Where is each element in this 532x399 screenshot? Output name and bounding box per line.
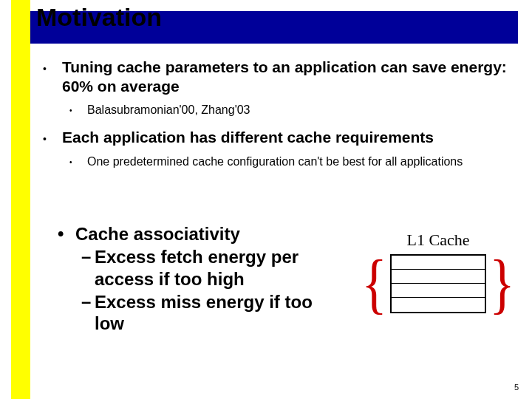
bullet-2-text: Each application has different cache req… xyxy=(62,128,434,147)
content-area: • Tuning cache parameters to an applicat… xyxy=(43,58,516,169)
bullet-2-sub: • One predetermined cache configuration … xyxy=(43,154,516,169)
cache-box xyxy=(390,254,486,313)
cache-row: { } xyxy=(353,254,523,313)
cache-way xyxy=(392,298,485,312)
right-brace-icon: } xyxy=(489,257,515,310)
lower-dash-1-text: Excess fetch energy per access if too hi… xyxy=(95,246,346,290)
lower-dash-1: – Excess fetch energy per access if too … xyxy=(58,246,346,290)
bullet-2-sub-text: One predetermined cache configuration ca… xyxy=(87,154,463,169)
bullet-1-sub: • Balasubramonian'00, Zhang'03 xyxy=(43,103,516,117)
dash-icon: – xyxy=(81,291,95,313)
bullet-2: • Each application has different cache r… xyxy=(43,128,516,149)
lower-heading-row: • Cache associativity xyxy=(58,223,346,245)
bullet-icon: • xyxy=(43,128,62,149)
bullet-1-sub-text: Balasubramonian'00, Zhang'03 xyxy=(87,103,250,117)
dash-icon: – xyxy=(81,246,95,267)
bullet-icon: • xyxy=(58,223,75,245)
slide-number: 5 xyxy=(514,383,519,392)
left-brace-icon: { xyxy=(361,257,387,310)
lower-dash-2-text: Excess miss energy if too low xyxy=(95,291,346,335)
bullet-1-text: Tuning cache parameters to an applicatio… xyxy=(62,58,516,97)
lower-block: • Cache associativity – Excess fetch ene… xyxy=(58,223,346,334)
cache-way xyxy=(392,270,485,284)
slide-title: Motivation xyxy=(36,3,162,32)
accent-stripe xyxy=(11,0,30,399)
lower-dash-2: – Excess miss energy if too low xyxy=(58,291,346,335)
cache-way xyxy=(392,256,485,270)
bullet-icon: • xyxy=(69,154,87,169)
bullet-icon: • xyxy=(43,58,62,78)
slide: Motivation • Tuning cache parameters to … xyxy=(0,0,532,399)
bullet-1: • Tuning cache parameters to an applicat… xyxy=(43,58,516,97)
lower-heading: Cache associativity xyxy=(75,223,240,245)
cache-diagram: L1 Cache { } xyxy=(353,231,523,313)
cache-way xyxy=(392,284,485,298)
bullet-icon: • xyxy=(69,103,87,117)
